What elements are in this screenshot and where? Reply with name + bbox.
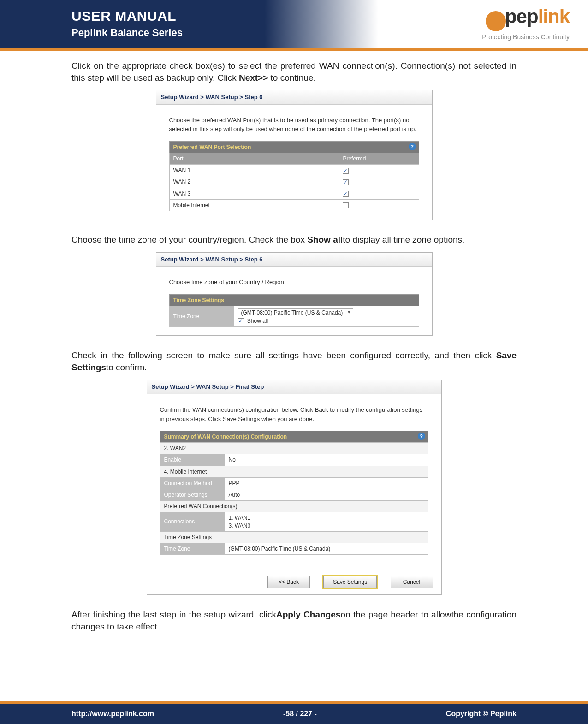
section-header: 2. WAN2 [160, 443, 428, 454]
wizard-timezone: Setup Wizard > WAN Setup > Step 6 Choose… [156, 252, 433, 336]
paragraph-3: Check in the following screen to make su… [71, 350, 517, 373]
timezone-select[interactable]: (GMT-08:00) Pacific Time (US & Canada) [238, 308, 354, 317]
header-titleblock: USER MANUAL Peplink Balance Series [0, 0, 378, 48]
table-row: Connection Method PPP [160, 477, 428, 489]
page-footer: http://www.peplink.com -58 / 227 - Copyr… [0, 701, 588, 724]
checkbox-wan2[interactable] [343, 179, 349, 185]
checkbox-wan3[interactable] [343, 191, 349, 197]
table-row: Mobile Internet [169, 199, 419, 211]
footer-page: -58 / 227 - [283, 710, 317, 718]
wizard-description: Confirm the WAN connection(s) configurat… [160, 405, 428, 423]
col-port: Port [169, 153, 339, 165]
help-icon[interactable]: ? [418, 433, 425, 440]
table-row: Enable No [160, 454, 428, 466]
paragraph-1: Click on the appropriate check box(es) t… [71, 60, 517, 83]
section-header: Time Zone Settings [160, 531, 428, 543]
timezone-cell: (GMT-08:00) Pacific Time (US & Canada) S… [234, 306, 419, 326]
timezone-table: Time Zone (GMT-08:00) Pacific Time (US &… [169, 306, 419, 327]
save-settings-button[interactable]: Save Settings [323, 576, 377, 588]
summary-table: 2. WAN2 Enable No 4. Mobile Internet Con… [160, 442, 428, 555]
table-row: Connections 1. WAN1 3. WAN3 [160, 512, 428, 531]
paragraph-2: Choose the time zone of your country/reg… [71, 234, 517, 246]
panel-title: Summary of WAN Connection(s) Configurati… [160, 431, 428, 442]
page-body: Click on the appropriate check box(es) t… [0, 51, 588, 701]
breadcrumb: Setup Wizard > WAN Setup > Final Step [147, 380, 441, 394]
table-row: WAN 2 [169, 176, 419, 188]
panel-title: Time Zone Settings [169, 294, 419, 306]
manual-subtitle: Peplink Balance Series [71, 27, 378, 39]
section-header: Preferred WAN Connection(s) [160, 501, 428, 512]
wizard-summary: Setup Wizard > WAN Setup > Final Step Co… [147, 380, 442, 595]
manual-title: USER MANUAL [71, 8, 378, 24]
help-icon[interactable]: ? [409, 143, 416, 150]
wizard-description: Choose time zone of your Country / Regio… [169, 278, 419, 287]
section-header: 4. Mobile Internet [160, 466, 428, 477]
paragraph-4: After finishing the last step in the set… [71, 609, 517, 632]
checkbox-mobile[interactable] [343, 202, 349, 208]
footer-url: http://www.peplink.com [71, 710, 154, 718]
logo-circle-icon [486, 11, 506, 31]
back-button[interactable]: << Back [267, 576, 310, 588]
breadcrumb: Setup Wizard > WAN Setup > Step 6 [156, 90, 432, 105]
panel-title: Preferred WAN Port Selection ? [169, 141, 419, 153]
cancel-button[interactable]: Cancel [391, 576, 433, 588]
breadcrumb: Setup Wizard > WAN Setup > Step 6 [156, 253, 432, 267]
wan-port-table: Port Preferred WAN 1 WAN 2 WAN 3 [169, 153, 419, 211]
table-row: Time Zone (GMT-08:00) Pacific Time (US &… [160, 543, 428, 554]
table-row: WAN 1 [169, 165, 419, 176]
page-header: USER MANUAL Peplink Balance Series pepli… [0, 0, 588, 51]
button-row: << Back Save Settings Cancel [147, 563, 441, 594]
table-row: Time Zone (GMT-08:00) Pacific Time (US &… [169, 306, 419, 326]
checkbox-showall[interactable] [238, 318, 244, 324]
timezone-label: Time Zone [169, 306, 234, 326]
footer-copyright: Copyright © Peplink [446, 710, 517, 718]
brand-name: peplink [505, 6, 570, 27]
showall-label: Show all [247, 318, 268, 324]
table-row: WAN 3 [169, 188, 419, 199]
brand-tagline: Protecting Business Continuity [482, 33, 570, 41]
checkbox-wan1[interactable] [343, 168, 349, 174]
wizard-description: Choose the preferred WAN Port(s) that is… [169, 116, 419, 134]
wizard-preferred-wan: Setup Wizard > WAN Setup > Step 6 Choose… [156, 90, 433, 220]
table-row: Operator Settings Auto [160, 489, 428, 500]
col-preferred: Preferred [339, 153, 419, 165]
brand-logo: peplink Protecting Business Continuity [482, 6, 570, 41]
